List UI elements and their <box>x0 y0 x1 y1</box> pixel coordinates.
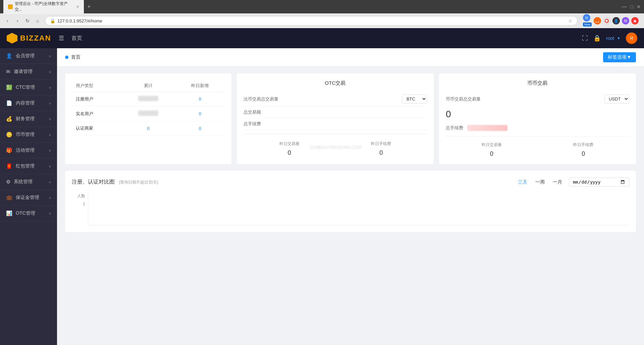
dropdown-arrow: ▼ <box>617 36 621 40</box>
col-user-type: 用户类型 <box>72 80 121 92</box>
ext-icon-2[interactable]: 🦊 <box>594 17 601 24</box>
sidebar-item-content[interactable]: 📄 内容管理 ∨ <box>0 95 57 111</box>
sidebar-item-redpacket[interactable]: 🧧 红包管理 ∨ <box>0 158 57 174</box>
tag-select-btn[interactable]: 标签选项▼ <box>603 52 636 62</box>
refresh-btn[interactable]: ↻ <box>23 17 32 25</box>
ext-icon-5[interactable]: M <box>622 17 629 24</box>
active-tab[interactable]: 管理后台 - 币严|全球数字资产交... ✕ <box>3 0 84 14</box>
home-btn[interactable]: ⌂ <box>34 17 42 25</box>
otc-sidebar-icon: 📊 <box>6 210 12 216</box>
logo-text: BIZZAN <box>20 34 51 43</box>
finance-arrow: ∨ <box>49 117 51 121</box>
ext-icon-6[interactable]: ◉ <box>631 17 639 24</box>
close-btn[interactable]: ✕ <box>637 4 641 9</box>
otc-bottom-stats: 昨日交易量 0 昨日手续费 0 <box>244 138 427 156</box>
user-info[interactable]: root ▼ <box>606 36 621 41</box>
sidebar-label-otc: OTC管理 <box>16 210 35 216</box>
system-arrow: ∨ <box>49 180 51 184</box>
ctc-arrow: ∨ <box>49 86 51 89</box>
invite-icon: ✉ <box>6 69 10 75</box>
coin-currency-select[interactable]: USDT BTC ETH <box>604 94 629 104</box>
logo: BIZZAN <box>7 33 51 44</box>
table-row: 认证商家 0 0 <box>72 121 225 136</box>
activity-arrow: ∨ <box>49 149 51 152</box>
sidebar-label-coin: 币币管理 <box>16 132 35 138</box>
address-bar-row: ‹ › ↻ ⌂ 🔒 127.0.0.1:9527/#/home ☆ N New … <box>0 13 644 28</box>
time-btn-month[interactable]: 一月 <box>551 179 564 186</box>
sidebar-item-system[interactable]: ⚙ 系统管理 ∨ <box>0 174 57 190</box>
chart-controls: 三天 一周 一月 <box>517 178 629 187</box>
sidebar-label-margin: 保证金管理 <box>16 195 39 201</box>
sidebar-item-coin[interactable]: 🪙 币币管理 ∨ <box>0 127 57 143</box>
member-icon: 👤 <box>6 53 12 59</box>
sidebar-item-otc[interactable]: 📊 OTC管理 ∨ <box>0 206 57 221</box>
blurred-val-1 <box>138 111 158 116</box>
sidebar-item-invite[interactable]: ✉ 邀请管理 ∨ <box>0 64 57 80</box>
ext-icon-1[interactable]: N <box>583 14 590 21</box>
ext-icon-3[interactable]: ⭕ <box>603 17 610 24</box>
coin-yesterday-volume-col: 昨日交易量 0 <box>482 142 502 157</box>
user-type-0: 注册用户 <box>72 92 121 107</box>
stats-section: 用户类型 累计 昨日新增 注册用户 0 <box>57 67 644 171</box>
back-btn[interactable]: ‹ <box>3 17 11 25</box>
forward-btn[interactable]: › <box>13 17 21 25</box>
coin-volume-label: 币币交易总交易量 <box>446 96 481 102</box>
time-btn-week[interactable]: 一周 <box>534 179 546 186</box>
chart-title: 注册、认证对比图 <box>72 179 115 185</box>
sidebar-label-redpacket: 红包管理 <box>16 163 35 169</box>
blurred-val-0 <box>138 96 158 101</box>
otc-fee-label: 总手续费 <box>244 121 261 127</box>
fullscreen-btn[interactable]: ⛶ <box>582 35 588 42</box>
margin-arrow: ∨ <box>49 196 51 200</box>
tab-close-btn[interactable]: ✕ <box>76 5 79 9</box>
navbar-page-title: 首页 <box>71 35 82 42</box>
member-arrow: ∨ <box>49 54 51 58</box>
app-wrapper: BIZZAN ☰ 首页 ⛶ 🔒 root ▼ R 👤 会员管理 ∨ <box>0 28 644 345</box>
address-bar[interactable]: 🔒 127.0.0.1:9527/#/home ☆ <box>45 16 578 25</box>
sidebar-item-member[interactable]: 👤 会员管理 ∨ <box>0 48 57 64</box>
main-layout: 👤 会员管理 ∨ ✉ 邀请管理 ∨ 💹 CTC管理 ∨ <box>0 48 644 345</box>
new-tab-btn[interactable]: + <box>85 3 93 10</box>
maximize-btn[interactable]: □ <box>631 4 633 9</box>
user-total-2: 0 <box>121 121 175 136</box>
sidebar: 👤 会员管理 ∨ ✉ 邀请管理 ∨ 💹 CTC管理 ∨ <box>0 48 57 345</box>
minimize-btn[interactable]: — <box>622 4 627 10</box>
date-range-input[interactable] <box>569 178 629 187</box>
otc-title: OTC交易 <box>244 80 427 86</box>
sidebar-item-activity[interactable]: 🎁 活动管理 ∨ <box>0 143 57 158</box>
menu-toggle-btn[interactable]: ☰ <box>57 32 66 44</box>
y-axis-title: 人数 <box>77 193 85 199</box>
chart-card: 注册、认证对比图 (查询日期不超过30天) 三天 一周 一月 人数 <box>65 171 636 232</box>
otc-yesterday-volume-value: 0 <box>279 149 300 156</box>
otc-total-row: 总交易额 <box>244 107 427 118</box>
coin-yesterday-volume-value: 0 <box>482 150 502 157</box>
user-avatar[interactable]: R <box>626 32 637 44</box>
bookmark-icon[interactable]: ☆ <box>568 18 573 23</box>
finance-icon: 💰 <box>6 116 12 122</box>
lock-btn[interactable]: 🔒 <box>593 34 601 42</box>
otc-card: OTC交易 法币交易总交易量 BTC ETH USDT 总交易额 总手续费 <box>237 73 434 164</box>
time-btn-3days[interactable]: 三天 <box>517 179 529 186</box>
user-total-1 <box>121 107 175 121</box>
user-type-1: 实名用户 <box>72 107 121 121</box>
otc-total-label: 总交易额 <box>244 109 261 115</box>
sidebar-label-activity: 活动管理 <box>16 147 35 153</box>
activity-icon: 🎁 <box>6 147 12 153</box>
ext-icon-4[interactable]: 👤 <box>612 17 620 24</box>
otc-yesterday-fee-label: 昨日手续费 <box>371 141 391 147</box>
sidebar-item-finance[interactable]: 💰 财务管理 ∨ <box>0 111 57 127</box>
coin-yesterday-volume-label: 昨日交易量 <box>482 142 502 148</box>
new-badge-container: N New <box>583 14 592 27</box>
sidebar-item-ctc[interactable]: 💹 CTC管理 ∨ <box>0 80 57 95</box>
coin-yesterday-fee-value: 0 <box>573 150 593 157</box>
coin-fee-row: 总手续费 <box>446 122 629 134</box>
otc-currency-select[interactable]: BTC ETH USDT <box>402 94 427 104</box>
extension-icons: N New 🦊 ⭕ 👤 M ◉ <box>581 14 641 27</box>
breadcrumb-dot <box>65 56 68 59</box>
coin-trading-card: 币币交易 币币交易总交易量 USDT BTC ETH 0 总手续费 <box>439 73 636 164</box>
y-axis-labels: 人数 1 <box>72 192 85 206</box>
new-badge: New <box>583 22 592 26</box>
sidebar-item-margin[interactable]: 💼 保证金管理 ∨ <box>0 190 57 206</box>
col-total: 累计 <box>121 80 175 92</box>
col-yesterday: 昨日新增 <box>175 80 225 92</box>
